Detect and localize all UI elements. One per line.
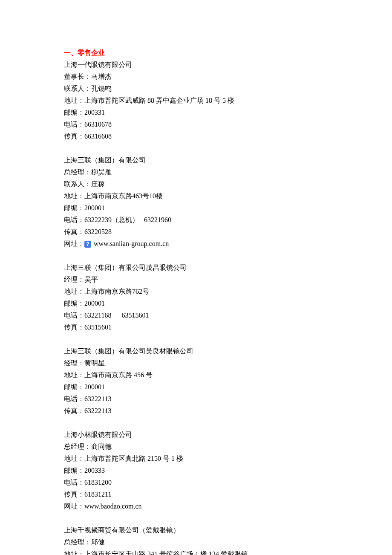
company-field: 地址：上海市普陀区武威路 88 弄中鑫企业广场 18 号 5 楼 [64, 95, 328, 107]
company-field: 总经理：商同德 [64, 441, 328, 453]
company-field: 邮编：200001 [64, 381, 328, 393]
company-field: 电话：63222239（总机） 63221960 [64, 214, 328, 226]
website-url[interactable]: www.sanlian-group.com.cn [94, 240, 169, 247]
company-name: 上海小林眼镜有限公司 [64, 429, 328, 441]
company-field: 电话：66310678 [64, 119, 328, 130]
company-field: 地址：上海市长宁区天山路 341 号缤谷广场 1 楼 134 爱戴眼镜 [64, 548, 328, 555]
company-field: 传真：63515601 [64, 321, 328, 333]
company-field: 经理：吴平 [64, 274, 328, 286]
company-field: 传真：61831211 [64, 489, 328, 500]
company-field: 传真：66316608 [64, 130, 328, 142]
company-entry: 上海千视聚商贸有限公司（爱戴眼镜） 总经理：邱健 地址：上海市长宁区天山路 34… [64, 524, 328, 555]
company-field: 邮编：200331 [64, 107, 328, 119]
company-field: 联系人：孔锡鸣 [64, 83, 328, 95]
company-entry: 上海三联（集团）有限公司 总经理：柳昊雁 联系人：庄稼 地址：上海市南京东路46… [64, 154, 328, 250]
company-entry: 上海小林眼镜有限公司 总经理：商同德 地址：上海市普陀区真北路 2150 号 1… [64, 429, 328, 512]
company-field: 传真：63222113 [64, 405, 328, 417]
company-field: 联系人：庄稼 [64, 178, 328, 190]
company-name: 上海三联（集团）有限公司吴良材眼镜公司 [64, 345, 328, 357]
company-field: 地址：上海市南京东路463号10楼 [64, 190, 328, 202]
company-field: 地址：上海市南京东路 456 号 [64, 369, 328, 381]
company-field: 电话：63222113 [64, 393, 328, 405]
company-entry: 上海三联（集团）有限公司吴良材眼镜公司 经理：黄明星 地址：上海市南京东路 45… [64, 345, 328, 417]
company-field: 经理：黄明星 [64, 357, 328, 369]
website-label: 网址： [64, 240, 84, 247]
company-field: 邮编：200001 [64, 202, 328, 214]
company-name: 上海三联（集团）有限公司 [64, 154, 328, 166]
company-entry: 上海一代眼镜有限公司 董事长：马增杰 联系人：孔锡鸣 地址：上海市普陀区武威路 … [64, 59, 328, 142]
company-field: 董事长：马增杰 [64, 71, 328, 83]
company-field: 地址：上海市普陀区真北路 2150 号 1 楼 [64, 453, 328, 465]
company-field: 地址：上海市南京东路762号 [64, 286, 328, 298]
company-field: 总经理：柳昊雁 [64, 166, 328, 178]
web-icon [84, 241, 91, 248]
section-heading: 一、零售企业 [64, 47, 328, 59]
company-entry: 上海三联（集团）有限公司茂昌眼镜公司 经理：吴平 地址：上海市南京东路762号 … [64, 262, 328, 333]
company-name: 上海千视聚商贸有限公司（爱戴眼镜） [64, 524, 328, 536]
company-field: 邮编：200333 [64, 465, 328, 477]
company-field: 网址：www.baodao.com.cn [64, 500, 328, 512]
company-name: 上海三联（集团）有限公司茂昌眼镜公司 [64, 262, 328, 274]
company-field: 传真：63220528 [64, 226, 328, 238]
company-website: 网址： www.sanlian-group.com.cn [64, 238, 328, 250]
company-field: 电话：63221168 63515601 [64, 309, 328, 321]
company-field: 总经理：邱健 [64, 536, 328, 548]
company-field: 邮编：200001 [64, 298, 328, 309]
company-name: 上海一代眼镜有限公司 [64, 59, 328, 71]
company-field: 电话：61831200 [64, 477, 328, 489]
